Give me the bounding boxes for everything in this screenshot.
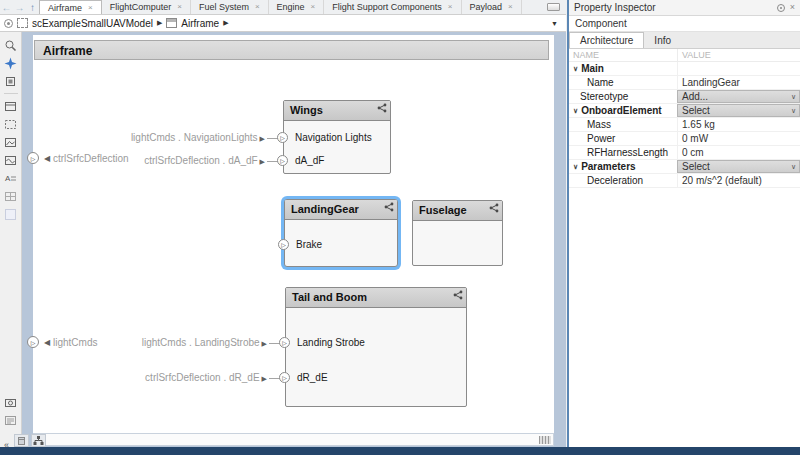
chevron-right-icon: ▶ [223,19,228,27]
property-row-rfharnesslength: RFHarnessLength0 cm [569,146,800,160]
swatch-icon[interactable] [2,206,19,222]
stamp-icon[interactable] [2,188,19,204]
close-tab-icon[interactable]: × [255,3,260,11]
close-tab-icon[interactable]: × [448,3,453,11]
pan-compass-icon[interactable] [2,55,19,71]
property-value[interactable]: 20 m/s^2 (default) [677,174,800,187]
window-statusbar [0,447,800,455]
property-name: Power [569,132,677,145]
signal-label[interactable]: ctrlSrfcDeflection . dR_dE▶ [33,372,267,383]
property-row-power: Power0 mW [569,132,800,146]
signal-arrow-icon: ▶ [262,340,267,347]
chevron-down-icon[interactable]: ∨ [573,65,578,73]
cube-icon[interactable] [14,434,29,447]
tab-flightcomputer[interactable]: FlightComputer× [102,0,191,14]
breadcrumb-current[interactable]: Airframe [181,18,219,29]
property-name: ∨OnboardElement [569,104,677,117]
property-value[interactable]: Select∨ [677,104,800,117]
property-name: ∨Main [569,62,677,75]
tab-flight-support-components[interactable]: Flight Support Components× [324,0,461,14]
model-browser-toggle-icon[interactable] [4,19,13,28]
diagram-canvas[interactable]: Airframe Wings▷Navigation LightslightCmd… [33,35,554,433]
signal-label[interactable]: lightCmds . NavigationLights▶ [33,132,265,143]
port-label: Landing Strobe [297,337,365,348]
component-block-title: Fuselage [413,201,502,221]
share-icon [453,290,463,300]
inspector-tab-architecture[interactable]: Architecture [569,32,644,48]
component-block-fuselage[interactable]: Fuselage [412,200,503,266]
zoom-icon[interactable] [2,37,19,53]
scrollbar-grip[interactable] [539,436,551,444]
close-tab-icon[interactable]: × [88,4,93,12]
property-row-stereotype: StereotypeAdd...∨ [569,90,800,104]
model-icon [17,18,28,28]
chevron-down-icon[interactable]: ∨ [573,163,578,171]
property-name: Stereotype [569,90,677,103]
subsystem-icon[interactable] [2,98,19,114]
property-row-mass: Mass1.65 kg [569,118,800,132]
chevron-down-icon[interactable]: ∨ [791,163,796,171]
property-value[interactable]: LandingGear [677,76,800,89]
collapse-palette-button[interactable]: « [4,440,9,450]
tab-engine[interactable]: Engine× [269,0,325,14]
close-tab-icon[interactable]: × [177,3,182,11]
property-name: ∨Parameters [569,160,677,173]
property-value[interactable]: 0 cm [677,146,800,159]
forward-icon[interactable]: → [13,0,26,14]
close-icon[interactable]: × [790,3,795,12]
property-row-main: ∨Main [569,62,800,76]
input-port-icon[interactable]: ▷ [277,132,288,143]
component-block-landinggear[interactable]: LandingGear [284,199,398,267]
inspector-titlebar-icons: × [777,3,795,12]
signal-arrow-icon: ▶ [262,375,267,382]
inspector-menu-icon[interactable] [777,4,785,12]
up-icon[interactable]: ↑ [26,0,39,14]
close-tab-icon[interactable]: × [508,3,513,11]
back-icon[interactable]: ← [0,0,13,14]
boundary-port-icon[interactable]: ▷ [27,336,39,348]
property-value[interactable]: Add...∨ [677,90,800,103]
tab-airframe[interactable]: Airframe× [39,0,102,14]
property-value[interactable]: 0 mW [677,132,800,145]
input-port-icon[interactable]: ▷ [279,372,290,383]
boundary-port-icon[interactable]: ▷ [27,152,39,164]
breadcrumb-dropdown-icon[interactable]: ▼ [551,20,562,27]
component-block-title: Wings [284,101,390,121]
inspector-column-header: NAME VALUE [569,49,800,62]
viewport-icon[interactable] [2,73,19,89]
signal-arrow-icon: ▶ [260,158,265,165]
property-inspector: Property Inspector × Component Architect… [567,0,800,447]
input-port-icon[interactable]: ▷ [278,239,289,250]
horizontal-scrollbar[interactable] [33,433,554,446]
chevron-down-icon[interactable]: ∨ [791,93,796,101]
tab-payload[interactable]: Payload× [462,0,522,14]
input-port-icon[interactable]: ▷ [277,155,288,166]
boundary-port-arrow-icon: ◀ [44,154,50,163]
annotation-icon[interactable]: A [2,170,19,186]
tab-overflow-icon[interactable] [547,3,560,11]
camera-icon[interactable] [2,394,19,410]
area-icon[interactable] [2,116,19,132]
legend-icon[interactable] [2,412,19,428]
image-icon[interactable] [2,134,19,150]
tab-label: Engine [277,2,305,12]
chevron-down-icon[interactable]: ∨ [573,107,578,115]
property-value[interactable]: Select∨ [677,160,800,173]
signal-icon[interactable] [2,152,19,168]
hierarchy-icon[interactable] [31,434,46,447]
chevron-down-icon[interactable]: ∨ [791,107,796,115]
property-value[interactable]: 1.65 kg [677,118,800,131]
tab-label: Fuel System [199,2,249,12]
component-block-title: LandingGear [285,200,397,220]
port-label: dA_dF [295,155,324,166]
tab-label: Flight Support Components [332,2,442,12]
property-row-deceleration: Deceleration20 m/s^2 (default) [569,174,800,188]
property-name: Name [569,76,677,89]
property-row-parameters: ∨ParametersSelect∨ [569,160,800,174]
close-tab-icon[interactable]: × [311,3,316,11]
breadcrumb-model[interactable]: scExampleSmallUAVModel [32,18,153,29]
inspector-tab-info[interactable]: Info [644,32,681,48]
input-port-icon[interactable]: ▷ [279,337,290,348]
property-row-name: NameLandingGear [569,76,800,90]
tab-fuel-system[interactable]: Fuel System× [191,0,269,14]
